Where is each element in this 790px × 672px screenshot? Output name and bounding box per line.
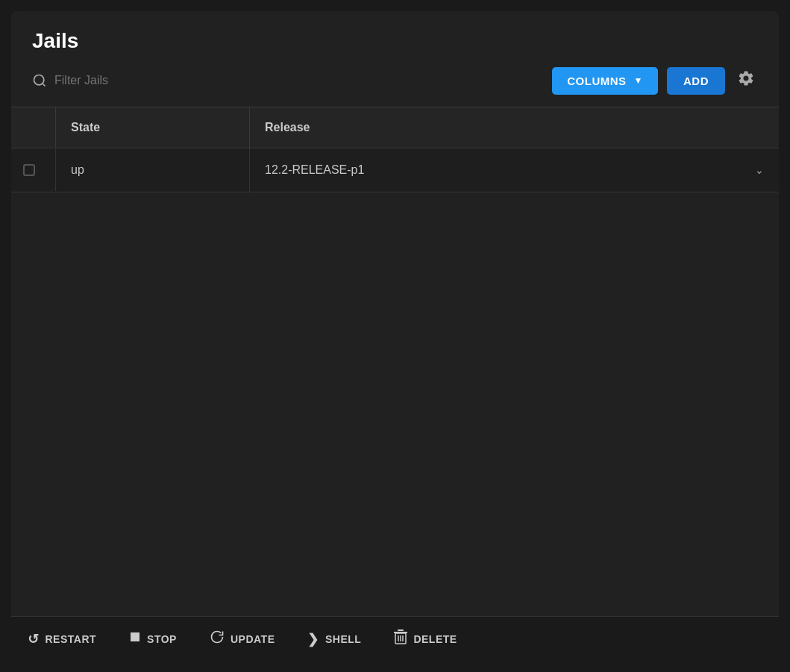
- shell-button[interactable]: ❯ SHELL: [291, 617, 377, 661]
- header-controls: COLUMNS ▼ ADD: [32, 66, 758, 95]
- checkbox-column-header: [11, 107, 56, 148]
- state-column-header: State: [56, 107, 250, 148]
- chevron-down-icon[interactable]: ⌄: [755, 164, 764, 176]
- columns-button[interactable]: COLUMNS ▼: [552, 67, 658, 95]
- search-input[interactable]: [54, 74, 543, 87]
- delete-label: DELETE: [413, 633, 457, 645]
- row-checkbox-cell: [11, 149, 56, 191]
- app-container: Jails COLUMNS ▼ ADD: [11, 11, 779, 661]
- table-header: State Release: [11, 107, 779, 148]
- columns-label: COLUMNS: [567, 75, 626, 87]
- restart-icon: ↺: [28, 631, 40, 647]
- svg-rect-6: [398, 629, 404, 631]
- stop-icon: [129, 631, 141, 647]
- search-container: [32, 73, 543, 88]
- update-label: UPDATE: [231, 633, 275, 645]
- svg-line-1: [43, 84, 46, 87]
- search-icon: [32, 73, 47, 88]
- bottom-toolbar: ↺ RESTART STOP UPDATE ❯ SHELL: [11, 616, 779, 661]
- stop-label: STOP: [147, 633, 177, 645]
- svg-point-0: [34, 75, 44, 85]
- delete-button[interactable]: DELETE: [377, 617, 473, 661]
- row-release-cell: 12.2-RELEASE-p1 ⌄: [250, 148, 779, 192]
- shell-icon: ❯: [307, 631, 319, 647]
- page-title: Jails: [32, 29, 758, 53]
- table-body: up 12.2-RELEASE-p1 ⌄ 1.: [11, 148, 779, 616]
- delete-icon: [394, 629, 407, 648]
- header: Jails COLUMNS ▼ ADD: [11, 11, 779, 107]
- shell-label: SHELL: [325, 633, 361, 645]
- restart-button[interactable]: ↺ RESTART: [11, 617, 113, 661]
- update-icon: [210, 629, 225, 648]
- add-button[interactable]: ADD: [667, 67, 725, 95]
- update-button[interactable]: UPDATE: [193, 617, 292, 661]
- release-column-header: Release: [250, 107, 779, 148]
- restart-label: RESTART: [46, 633, 97, 645]
- svg-rect-4: [131, 632, 139, 641]
- gear-icon: [737, 69, 755, 87]
- table-row[interactable]: up 12.2-RELEASE-p1 ⌄: [11, 148, 779, 192]
- chevron-down-icon: ▼: [634, 75, 643, 86]
- add-label: ADD: [683, 75, 709, 87]
- row-checkbox[interactable]: [23, 164, 35, 176]
- settings-button[interactable]: [734, 66, 758, 95]
- row-state-cell: up: [56, 148, 250, 192]
- stop-button[interactable]: STOP: [113, 617, 193, 661]
- row-release-value: 12.2-RELEASE-p1: [265, 163, 746, 177]
